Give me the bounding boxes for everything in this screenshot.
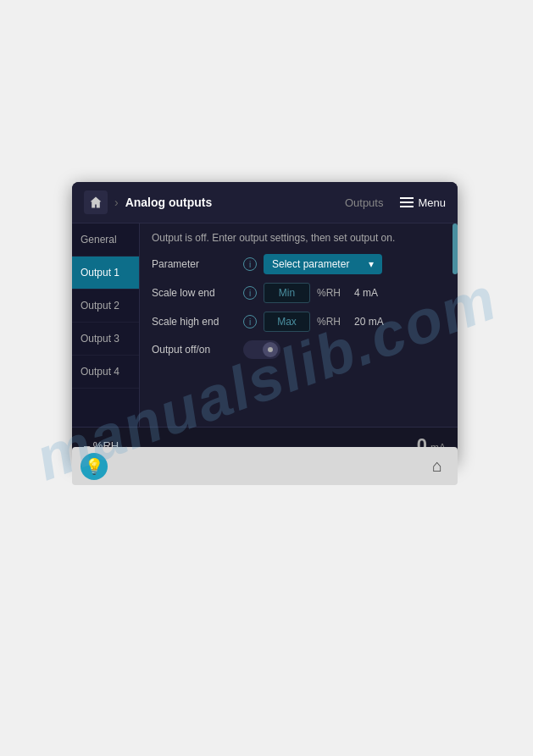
scale-high-end-input[interactable]: [264, 312, 310, 332]
scale-high-end-info-icon[interactable]: i: [243, 315, 257, 328]
scale-low-end-label: Scale low end: [152, 287, 236, 299]
menu-icon: [400, 197, 414, 207]
output-offon-toggle[interactable]: [243, 340, 280, 359]
parameter-dropdown[interactable]: Select parameter ▾: [264, 254, 382, 274]
toolbar-home-icon: ⌂: [432, 456, 442, 476]
toggle-track[interactable]: [243, 340, 280, 359]
parameter-row: Parameter i Select parameter ▾: [152, 254, 441, 274]
breadcrumb: Outputs: [345, 196, 384, 209]
page-title: Analog outputs: [125, 196, 345, 209]
toggle-dot: [268, 347, 273, 352]
panel-header: › Analog outputs Outputs Menu: [72, 182, 458, 223]
content-area: Output is off. Enter output settings, th…: [140, 223, 452, 427]
status-text: Output is off. Enter output settings, th…: [152, 232, 441, 244]
home-icon: [89, 196, 103, 209]
sidebar: General Output 1 Output 2 Output 3 Outpu…: [72, 223, 140, 427]
sidebar-item-general[interactable]: General: [72, 223, 139, 257]
bottom-toolbar: 💡 ⌂: [72, 447, 458, 485]
home-button[interactable]: [84, 190, 108, 214]
scale-high-end-ma: 20 mA: [354, 316, 384, 328]
parameter-label: Parameter: [152, 258, 236, 270]
output-offon-row: Output off/on: [152, 340, 441, 359]
device-panel: › Analog outputs Outputs Menu General Ou…: [72, 182, 458, 463]
scrollbar-thumb: [452, 223, 458, 274]
scale-high-end-row: Scale high end i %RH 20 mA: [152, 312, 441, 332]
sidebar-item-output2[interactable]: Output 2: [72, 290, 139, 323]
bulb-icon: 💡: [85, 457, 103, 476]
menu-label: Menu: [418, 196, 446, 209]
sidebar-item-output1[interactable]: Output 1: [72, 257, 139, 290]
toggle-knob: [263, 342, 278, 357]
scale-high-end-unit: %RH: [317, 316, 341, 328]
sidebar-item-output4[interactable]: Output 4: [72, 356, 139, 389]
panel-body: General Output 1 Output 2 Output 3 Outpu…: [72, 223, 458, 427]
bulb-button[interactable]: 💡: [81, 453, 108, 480]
breadcrumb-separator: ›: [114, 196, 119, 209]
output-offon-label: Output off/on: [152, 344, 236, 356]
sidebar-item-output3[interactable]: Output 3: [72, 323, 139, 356]
scale-low-end-info-icon[interactable]: i: [243, 286, 257, 300]
menu-button[interactable]: Menu: [400, 196, 446, 209]
toolbar-home-button[interactable]: ⌂: [425, 455, 449, 478]
scale-high-end-label: Scale high end: [152, 316, 236, 328]
parameter-info-icon[interactable]: i: [243, 257, 257, 271]
scale-low-end-row: Scale low end i %RH 4 mA: [152, 283, 441, 303]
parameter-dropdown-text: Select parameter: [272, 258, 362, 270]
scale-low-end-unit: %RH: [317, 287, 341, 299]
scale-low-end-ma: 4 mA: [354, 287, 378, 299]
scrollbar[interactable]: [452, 223, 458, 427]
chevron-down-icon: ▾: [369, 258, 374, 270]
scale-low-end-input[interactable]: [264, 283, 310, 303]
